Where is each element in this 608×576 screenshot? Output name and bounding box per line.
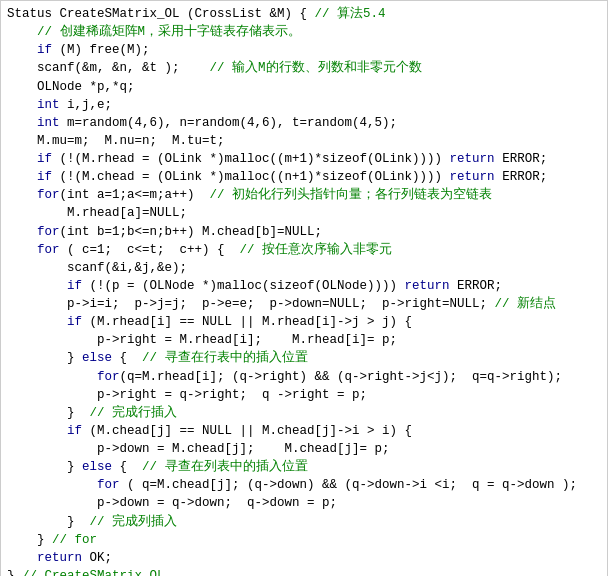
table-row: } // for <box>7 531 601 549</box>
code-token: for <box>37 243 60 257</box>
table-row: int m=random(4,6), n=random(4,6), t=rand… <box>7 114 601 132</box>
table-row: M.rhead[a]=NULL; <box>7 204 601 222</box>
table-row: } else { // 寻查在行表中的插入位置 <box>7 349 601 367</box>
code-token: (int b=1;b<=n;b++) M.chead[b]=NULL; <box>60 225 323 239</box>
code-token: return <box>405 279 450 293</box>
code-token <box>7 424 67 438</box>
code-token: p->right = q->right; q ->right = p; <box>7 388 367 402</box>
code-token <box>7 43 37 57</box>
code-token: if <box>67 424 82 438</box>
code-token <box>7 170 37 184</box>
code-token: M.rhead[a]=NULL; <box>7 206 187 220</box>
table-row: } // 完成列插入 <box>7 513 601 531</box>
code-token <box>7 225 37 239</box>
code-token: p->i=i; p->j=j; p->e=e; p->down=NULL; p-… <box>7 297 495 311</box>
table-row: scanf(&i,&j,&e); <box>7 259 601 277</box>
code-token: if <box>67 315 82 329</box>
code-token: ERROR; <box>450 279 503 293</box>
code-token: { <box>112 351 142 365</box>
code-token: int <box>37 116 60 130</box>
code-token: if <box>67 279 82 293</box>
code-token <box>7 152 37 166</box>
table-row: } else { // 寻查在列表中的插入位置 <box>7 458 601 476</box>
code-token: Status CreateSMatrix_OL (CrossList &M) { <box>7 7 315 21</box>
code-token: return <box>37 551 82 565</box>
table-row: for ( c=1; c<=t; c++) { // 按任意次序输入非零元 <box>7 241 601 259</box>
code-token: i,j,e; <box>60 98 113 112</box>
code-token <box>7 315 67 329</box>
table-row: // 创建稀疏矩阵M，采用十字链表存储表示。 <box>7 23 601 41</box>
code-token <box>7 25 37 39</box>
code-token: ( c=1; c<=t; c++) { <box>60 243 240 257</box>
code-token: // 按任意次序输入非零元 <box>240 243 393 257</box>
table-row: if (!(M.chead = (OLink *)malloc((n+1)*si… <box>7 168 601 186</box>
code-token <box>7 98 37 112</box>
code-token: scanf(&i,&j,&e); <box>7 261 187 275</box>
code-token: // 输入M的行数、列数和非零元个数 <box>210 61 422 75</box>
code-token: (int a=1;a<=m;a++) <box>60 188 210 202</box>
code-token: for <box>37 188 60 202</box>
table-row: for(int a=1;a<=m;a++) // 初始化行列头指针向量；各行列链… <box>7 186 601 204</box>
code-token: if <box>37 43 52 57</box>
code-token: ERROR; <box>495 170 548 184</box>
code-token: // 算法5.4 <box>315 7 386 21</box>
code-token: } <box>7 533 52 547</box>
code-token: } <box>7 515 90 529</box>
table-row: return OK; <box>7 549 601 567</box>
table-row: M.mu=m; M.nu=n; M.tu=t; <box>7 132 601 150</box>
code-token: } <box>7 351 82 365</box>
code-token <box>7 551 37 565</box>
code-token: if <box>37 170 52 184</box>
table-row: p->down = M.chead[j]; M.chead[j]= p; <box>7 440 601 458</box>
table-row: } // 完成行插入 <box>7 404 601 422</box>
table-row: Status CreateSMatrix_OL (CrossList &M) {… <box>7 5 601 23</box>
table-row: if (!(p = (OLNode *)malloc(sizeof(OLNode… <box>7 277 601 295</box>
table-row: p->right = M.rhead[i]; M.rhead[i]= p; <box>7 331 601 349</box>
code-token: else <box>82 460 112 474</box>
table-row: p->i=i; p->j=j; p->e=e; p->down=NULL; p-… <box>7 295 601 313</box>
code-token: M.mu=m; M.nu=n; M.tu=t; <box>7 134 225 148</box>
code-token: (!(M.rhead = (OLink *)malloc((m+1)*sizeo… <box>52 152 450 166</box>
code-token: OLNode *p,*q; <box>7 80 135 94</box>
code-token: OK; <box>82 551 112 565</box>
table-row: for(q=M.rhead[i]; (q->right) && (q->righ… <box>7 368 601 386</box>
code-token: else <box>82 351 112 365</box>
code-token: for <box>97 478 120 492</box>
code-token: (M.chead[j] == NULL || M.chead[j]->i > i… <box>82 424 412 438</box>
code-token: p->down = q->down; q->down = p; <box>7 496 337 510</box>
code-token: // 新结点 <box>495 297 557 311</box>
code-editor: Status CreateSMatrix_OL (CrossList &M) {… <box>0 0 608 576</box>
code-block: Status CreateSMatrix_OL (CrossList &M) {… <box>7 5 601 576</box>
code-token: // for <box>52 533 97 547</box>
code-token: for <box>37 225 60 239</box>
code-token: // CreateSMatrix_OL <box>22 569 165 576</box>
table-row: int i,j,e; <box>7 96 601 114</box>
code-token: } <box>7 406 90 420</box>
code-token: } <box>7 460 82 474</box>
code-token: // 寻查在行表中的插入位置 <box>142 351 308 365</box>
table-row: OLNode *p,*q; <box>7 78 601 96</box>
code-token: m=random(4,6), n=random(4,6), t=random(4… <box>60 116 398 130</box>
table-row: } // CreateSMatrix_OL <box>7 567 601 576</box>
code-token <box>7 370 97 384</box>
code-token: (!(M.chead = (OLink *)malloc((n+1)*sizeo… <box>52 170 450 184</box>
code-token <box>7 243 37 257</box>
code-token: ERROR; <box>495 152 548 166</box>
code-token <box>7 188 37 202</box>
code-token: ( q=M.chead[j]; (q->down) && (q->down->i… <box>120 478 578 492</box>
code-token: (q=M.rhead[i]; (q->right) && (q->right->… <box>120 370 563 384</box>
code-token: } <box>7 569 22 576</box>
code-token: // 完成列插入 <box>90 515 178 529</box>
table-row: if (M.rhead[i] == NULL || M.rhead[i]->j … <box>7 313 601 331</box>
code-token: // 创建稀疏矩阵M，采用十字链表存储表示。 <box>37 25 301 39</box>
code-token: (M) free(M); <box>52 43 150 57</box>
code-token: scanf(&m, &n, &t ); <box>7 61 210 75</box>
code-token: int <box>37 98 60 112</box>
code-token <box>7 478 97 492</box>
code-token: (M.rhead[i] == NULL || M.rhead[i]->j > j… <box>82 315 412 329</box>
code-token <box>7 279 67 293</box>
code-token: // 初始化行列头指针向量；各行列链表为空链表 <box>210 188 493 202</box>
table-row: if (M) free(M); <box>7 41 601 59</box>
code-token: if <box>37 152 52 166</box>
table-row: p->right = q->right; q ->right = p; <box>7 386 601 404</box>
